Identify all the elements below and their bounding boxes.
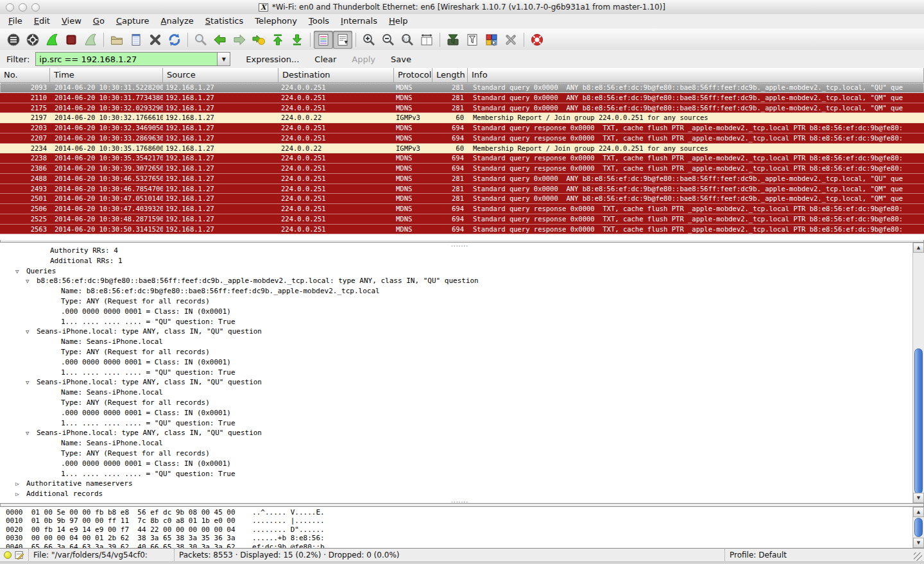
capture-comment-icon[interactable]: [15, 551, 24, 560]
stop-capture-button[interactable]: [62, 31, 81, 49]
details-scrollbar-thumb[interactable]: [914, 348, 923, 494]
column-header-info[interactable]: Info: [468, 68, 924, 82]
details-tree-row[interactable]: Type: ANY (Request for all records): [0, 348, 912, 358]
packet-row[interactable]: 2175 2014-06-20 10:30:32.0293290 192.168…: [0, 103, 924, 114]
packet-row[interactable]: 2234 2014-06-20 10:30:35.1768600 192.168…: [0, 144, 924, 154]
filter-input[interactable]: [35, 52, 217, 66]
expert-info-led-icon[interactable]: [4, 551, 12, 559]
menu-tools[interactable]: Tools: [303, 14, 335, 28]
column-header-no[interactable]: No.: [0, 68, 50, 82]
details-tree-row[interactable]: Queries: [0, 267, 912, 277]
menu-statistics[interactable]: Statistics: [200, 14, 249, 28]
clear-button[interactable]: Clear: [314, 55, 336, 64]
hex-scrollbar[interactable]: ▲ ▼: [912, 507, 924, 548]
filter-dropdown-button[interactable]: ▼: [217, 52, 230, 66]
help-button[interactable]: [527, 31, 547, 49]
resize-columns-button[interactable]: [417, 31, 436, 49]
expander-icon[interactable]: [26, 379, 37, 386]
details-tree-row[interactable]: Seans-iPhone.local: type ANY, class IN, …: [0, 327, 912, 338]
scroll-down-arrow-icon[interactable]: ▼: [913, 538, 924, 548]
expander-icon[interactable]: [26, 278, 37, 284]
packet-row[interactable]: 2238 2014-06-20 10:30:35.3542170 192.168…: [0, 153, 924, 164]
menu-file[interactable]: File: [3, 14, 28, 28]
menu-edit[interactable]: Edit: [28, 14, 56, 28]
hex-line[interactable]: 0010 01 0b 9b 97 00 00 ff 11 7c 8b c0 a8…: [0, 517, 924, 525]
details-tree-row[interactable]: Type: ANY (Request for all records): [0, 449, 912, 459]
details-tree-row[interactable]: 1... .... .... .... = "QU" question: Tru…: [0, 419, 912, 429]
hex-line[interactable]: 0030 00 00 00 04 00 01 2b 62 38 3a 65 38…: [0, 534, 924, 542]
preferences-button[interactable]: [501, 31, 520, 49]
expander-icon[interactable]: [15, 491, 26, 497]
expander-icon[interactable]: [15, 481, 26, 487]
colorize-toggle-button[interactable]: [314, 31, 333, 49]
packet-row[interactable]: 2110 2014-06-20 10:30:31.7734380 192.168…: [0, 93, 924, 103]
status-profile[interactable]: Profile: Default: [724, 549, 914, 561]
menu-telephony[interactable]: Telephony: [249, 14, 303, 28]
menu-analyze[interactable]: Analyze: [155, 14, 200, 28]
find-packet-button[interactable]: [191, 31, 210, 49]
packet-row[interactable]: 2525 2014-06-20 10:30:48.2871590 192.168…: [0, 214, 924, 225]
column-header-destination[interactable]: Destination: [278, 68, 394, 82]
packet-row[interactable]: 2493 2014-06-20 10:30:46.7854700 192.168…: [0, 184, 924, 194]
packet-row[interactable]: 2501 2014-06-20 10:30:47.0510140 192.168…: [0, 194, 924, 204]
capture-options-button[interactable]: [23, 31, 42, 49]
apply-button[interactable]: Apply: [352, 55, 375, 64]
list-interfaces-button[interactable]: [4, 31, 23, 49]
restart-capture-button[interactable]: [81, 31, 100, 49]
display-filter-button[interactable]: [463, 31, 482, 49]
scroll-up-arrow-icon[interactable]: ▲: [913, 507, 924, 517]
hex-line[interactable]: 0040 65 66 3a 64 63 3a 39 62 40 66 65 38…: [0, 543, 924, 549]
resize-grip[interactable]: [914, 552, 922, 561]
details-tree-row[interactable]: Seans-iPhone.local: type ANY, class IN, …: [0, 429, 912, 439]
details-tree-row[interactable]: .000 0000 0000 0001 = Class: IN (0x0001): [0, 409, 912, 419]
menu-capture[interactable]: Capture: [110, 14, 155, 28]
details-tree-row[interactable]: .000 0000 0000 0001 = Class: IN (0x0001): [0, 358, 912, 368]
packet-row[interactable]: 2386 2014-06-20 10:30:39.3072650 192.168…: [0, 164, 924, 174]
column-header-time[interactable]: Time: [50, 68, 163, 82]
details-tree-row[interactable]: Name: Seans-iPhone.local: [0, 338, 912, 348]
go-to-packet-button[interactable]: [249, 31, 268, 49]
hex-line[interactable]: 0020 00 fb 14 e9 14 e9 00 f7 44 22 00 00…: [0, 526, 924, 534]
packet-row[interactable]: 2207 2014-06-20 10:30:33.2869630 192.168…: [0, 133, 924, 144]
menu-view[interactable]: View: [56, 14, 87, 28]
expander-icon[interactable]: [26, 430, 37, 436]
reload-button[interactable]: [165, 31, 184, 49]
details-tree-row[interactable]: .000 0000 0000 0001 = Class: IN (0x0001): [0, 307, 912, 318]
hex-line[interactable]: 0000 01 00 5e 00 00 fb b8 e8 56 ef dc 9b…: [0, 508, 924, 517]
details-tree-row[interactable]: .000 0000 0000 0001 = Class: IN (0x0001): [0, 459, 912, 470]
expander-icon[interactable]: [15, 268, 26, 275]
zoom-out-button[interactable]: [379, 31, 398, 49]
scroll-down-arrow-icon[interactable]: ▼: [913, 493, 924, 503]
packet-row[interactable]: 2488 2014-06-20 10:30:46.5327650 192.168…: [0, 174, 924, 184]
go-to-bottom-button[interactable]: [287, 31, 307, 49]
details-tree-row[interactable]: Name: Seans-iPhone.local: [0, 439, 912, 449]
details-tree-row[interactable]: 1... .... .... .... = "QU" question: Tru…: [0, 470, 912, 480]
column-header-length[interactable]: Length: [432, 68, 468, 82]
capture-filter-button[interactable]: [443, 31, 463, 49]
close-file-button[interactable]: [146, 31, 165, 49]
save-file-button[interactable]: [126, 31, 146, 49]
details-tree-row[interactable]: Name: b8:e8:56:ef:dc:9b@fe80::bae8:56ff:…: [0, 287, 912, 297]
open-file-button[interactable]: [107, 31, 126, 49]
details-tree-row[interactable]: Additional RRs: 1: [0, 257, 912, 267]
details-tree-row[interactable]: Authoritative nameservers: [0, 479, 912, 490]
packet-row[interactable]: 2093 2014-06-20 10:30:31.5228200 192.168…: [0, 83, 924, 93]
save-button[interactable]: Save: [391, 55, 411, 64]
details-scrollbar[interactable]: ▲ ▼: [912, 243, 924, 503]
details-tree-row[interactable]: Seans-iPhone.local: type ANY, class IN, …: [0, 378, 912, 388]
details-tree-row[interactable]: 1... .... .... .... = "QU" question: Tru…: [0, 368, 912, 379]
column-header-source[interactable]: Source: [163, 68, 278, 82]
details-tree-row[interactable]: 1... .... .... .... = "QU" question: Tru…: [0, 318, 912, 328]
menu-internals[interactable]: Internals: [335, 14, 383, 28]
packet-row[interactable]: 2563 2014-06-20 10:30:50.3141520 192.168…: [0, 225, 924, 235]
coloring-rules-button[interactable]: [482, 31, 501, 49]
column-header-protocol[interactable]: Protocol: [394, 68, 432, 82]
details-tree-row[interactable]: Type: ANY (Request for all records): [0, 398, 912, 409]
start-capture-button[interactable]: [42, 31, 62, 49]
packet-row[interactable]: 2506 2014-06-20 10:30:47.4039320 192.168…: [0, 204, 924, 214]
go-back-button[interactable]: [210, 31, 230, 49]
autoscroll-toggle-button[interactable]: [333, 31, 352, 49]
go-to-top-button[interactable]: [268, 31, 287, 49]
packet-row[interactable]: 2197 2014-06-20 10:30:32.1766610 192.168…: [0, 113, 924, 123]
hex-scrollbar-thumb[interactable]: [914, 518, 923, 537]
